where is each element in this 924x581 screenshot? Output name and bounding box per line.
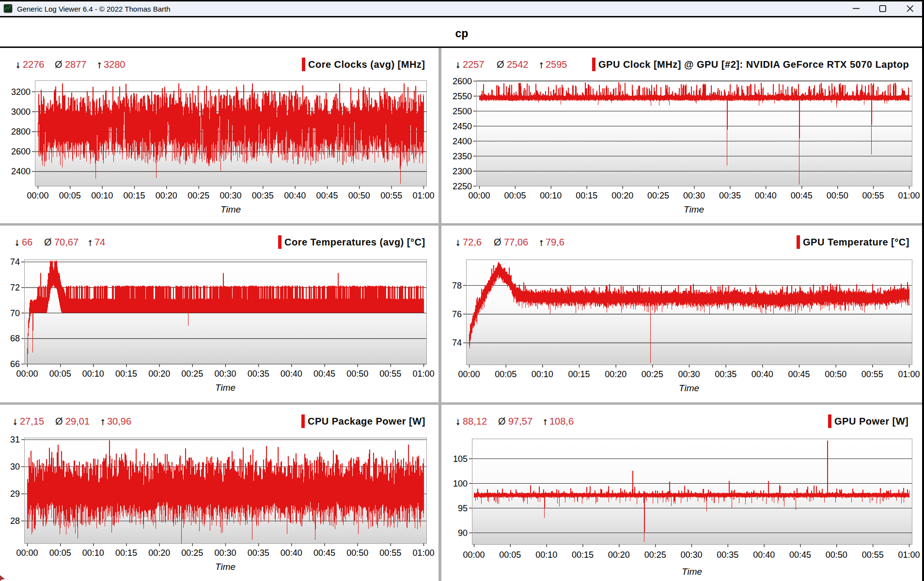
svg-text:00:00: 00:00: [27, 191, 48, 200]
svg-text:00:25: 00:25: [181, 548, 203, 558]
svg-text:76: 76: [452, 309, 462, 319]
svg-text:100: 100: [453, 479, 468, 489]
svg-text:2500: 2500: [453, 107, 472, 116]
svg-text:2257: 2257: [463, 59, 485, 70]
svg-text:00:30: 00:30: [680, 550, 702, 560]
svg-text:00:45: 00:45: [313, 369, 335, 379]
svg-text:70,67: 70,67: [54, 237, 78, 247]
svg-text:2550: 2550: [453, 92, 472, 101]
svg-text:27,15: 27,15: [20, 416, 44, 427]
svg-text:↓: ↓: [455, 237, 460, 247]
svg-text:Core Temperatures (avg) [°C]: Core Temperatures (avg) [°C]: [284, 237, 425, 247]
svg-text:00:30: 00:30: [678, 369, 700, 379]
svg-text:97,57: 97,57: [508, 416, 532, 427]
svg-text:2800: 2800: [11, 127, 31, 137]
svg-text:GPU Temperature [°C]: GPU Temperature [°C]: [803, 237, 909, 247]
svg-text:00:55: 00:55: [862, 550, 884, 560]
svg-text:00:20: 00:20: [605, 369, 626, 379]
svg-text:3280: 3280: [104, 59, 125, 70]
svg-text:00:05: 00:05: [59, 191, 81, 200]
svg-text:79,6: 79,6: [546, 237, 564, 247]
svg-text:↓: ↓: [16, 59, 20, 70]
svg-text:30,96: 30,96: [107, 416, 131, 427]
svg-text:88,12: 88,12: [463, 416, 487, 427]
svg-text:2400: 2400: [453, 137, 472, 146]
svg-text:00:40: 00:40: [752, 369, 773, 379]
svg-text:cp: cp: [455, 27, 469, 40]
svg-text:00:55: 00:55: [380, 191, 402, 200]
svg-text:01:00: 01:00: [412, 369, 434, 379]
svg-text:00:40: 00:40: [753, 550, 775, 560]
svg-text:00:25: 00:25: [647, 191, 669, 200]
svg-text:CPU Package Power [W]: CPU Package Power [W]: [308, 416, 425, 427]
svg-text:2400: 2400: [11, 167, 31, 176]
svg-text:77,06: 77,06: [504, 237, 528, 247]
svg-text:↓: ↓: [455, 59, 460, 70]
svg-text:00:50: 00:50: [827, 191, 848, 200]
svg-text:00:40: 00:40: [281, 548, 302, 558]
svg-text:74: 74: [94, 237, 105, 247]
svg-text:00:25: 00:25: [642, 369, 663, 379]
svg-text:2542: 2542: [507, 59, 529, 70]
svg-text:00:45: 00:45: [313, 548, 335, 558]
svg-text:28: 28: [10, 516, 20, 526]
svg-text:00:50: 00:50: [346, 369, 368, 379]
svg-text:Time: Time: [684, 204, 704, 214]
svg-text:00:50: 00:50: [826, 550, 847, 560]
svg-text:72,6: 72,6: [463, 237, 482, 247]
svg-text:GPU Power [W]: GPU Power [W]: [834, 416, 908, 427]
svg-text:00:10: 00:10: [82, 548, 104, 558]
svg-text:2600: 2600: [453, 76, 472, 86]
svg-text:00:55: 00:55: [861, 369, 883, 379]
svg-text:Ø: Ø: [498, 416, 506, 427]
svg-text:00:00: 00:00: [458, 369, 480, 379]
svg-text:00:15: 00:15: [115, 369, 137, 379]
svg-text:105: 105: [453, 454, 468, 464]
svg-text:00:25: 00:25: [181, 369, 203, 379]
svg-text:00:10: 00:10: [540, 191, 562, 200]
svg-text:00:40: 00:40: [281, 369, 302, 379]
svg-text:Time: Time: [682, 566, 702, 577]
svg-text:GPU Clock [MHz] @ GPU [#2]: NV: GPU Clock [MHz] @ GPU [#2]: NVIDIA GeFor…: [598, 59, 909, 70]
svg-text:00:55: 00:55: [379, 369, 401, 379]
svg-text:66: 66: [10, 359, 20, 369]
svg-text:00:35: 00:35: [719, 191, 741, 200]
svg-text:00:15: 00:15: [576, 191, 597, 200]
svg-text:00:25: 00:25: [644, 550, 666, 560]
svg-text:00:10: 00:10: [535, 550, 557, 560]
svg-text:01:00: 01:00: [898, 191, 920, 200]
svg-text:2595: 2595: [546, 59, 567, 70]
svg-text:29: 29: [10, 489, 20, 499]
svg-text:00:45: 00:45: [791, 191, 813, 200]
svg-text:Core Clocks (avg) [MHz]: Core Clocks (avg) [MHz]: [308, 59, 425, 70]
svg-text:00:15: 00:15: [568, 369, 590, 379]
svg-text:74: 74: [10, 257, 20, 267]
svg-text:00:35: 00:35: [252, 191, 274, 200]
svg-text:72: 72: [10, 283, 20, 292]
svg-text:00:30: 00:30: [214, 548, 236, 558]
svg-text:↓: ↓: [13, 416, 17, 427]
svg-text:00:05: 00:05: [499, 550, 521, 560]
svg-text:00:05: 00:05: [49, 369, 71, 379]
svg-text:00:20: 00:20: [608, 550, 630, 560]
svg-text:3000: 3000: [11, 107, 31, 117]
svg-text:00:35: 00:35: [717, 550, 738, 560]
svg-text:Ø: Ø: [44, 237, 52, 247]
svg-text:Time: Time: [215, 382, 235, 393]
svg-text:00:45: 00:45: [789, 550, 811, 560]
svg-text:00:50: 00:50: [825, 369, 846, 379]
svg-text:95: 95: [458, 504, 468, 513]
svg-text:00:20: 00:20: [148, 548, 170, 558]
svg-text:↑: ↑: [100, 416, 105, 427]
svg-text:00:40: 00:40: [284, 191, 306, 200]
svg-text:00:00: 00:00: [16, 548, 38, 558]
svg-text:2877: 2877: [65, 59, 87, 70]
svg-text:68: 68: [10, 334, 20, 343]
svg-text:00:00: 00:00: [16, 369, 38, 379]
svg-text:00:25: 00:25: [188, 191, 209, 200]
svg-text:00:20: 00:20: [156, 191, 177, 200]
svg-text:↑: ↑: [539, 237, 544, 247]
svg-text:30: 30: [10, 462, 20, 472]
svg-text:Ø: Ø: [497, 59, 504, 70]
svg-text:Ø: Ø: [55, 416, 63, 427]
